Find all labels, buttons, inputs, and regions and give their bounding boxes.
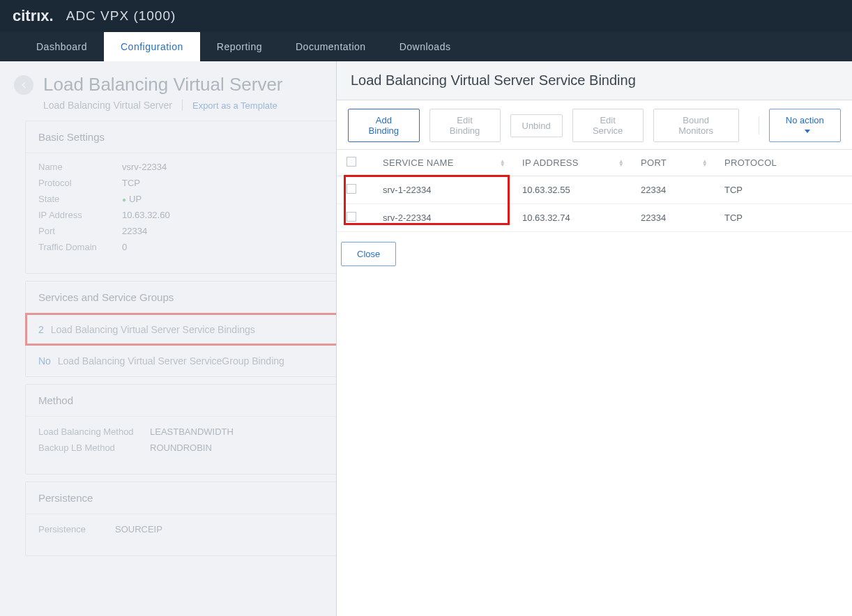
- no-action-dropdown[interactable]: No action: [769, 109, 841, 142]
- cell-port: 22334: [631, 176, 715, 204]
- unbind-button[interactable]: Unbind: [510, 114, 563, 137]
- edit-service-button[interactable]: Edit Service: [572, 109, 644, 142]
- table-head-row: SERVICE NAME▲▼ IP ADDRESS▲▼ PORT▲▼ PROTO…: [337, 150, 852, 176]
- table-row[interactable]: srv-1-22334 10.63.32.55 22334 TCP: [337, 176, 852, 204]
- row-checkbox[interactable]: [347, 212, 356, 222]
- col-port[interactable]: PORT▲▼: [631, 150, 715, 176]
- panel-footer: Close: [337, 232, 852, 279]
- tab-downloads[interactable]: Downloads: [383, 32, 468, 61]
- bound-monitors-button[interactable]: Bound Monitors: [653, 109, 739, 142]
- toolbar-divider: [759, 116, 759, 134]
- sort-icon: ▲▼: [702, 160, 708, 167]
- brand-bar: citrıx. ADC VPX (1000): [0, 0, 852, 32]
- panel-toolbar: Add Binding Edit Binding Unbind Edit Ser…: [337, 100, 852, 150]
- col-protocol[interactable]: PROTOCOL: [715, 150, 852, 176]
- sort-icon: ▲▼: [500, 160, 505, 167]
- table-row[interactable]: srv-2-22334 10.63.32.74 22334 TCP: [337, 204, 852, 232]
- edit-binding-button[interactable]: Edit Binding: [429, 109, 501, 142]
- cell-ip: 10.63.32.74: [512, 204, 631, 232]
- cell-ip: 10.63.32.55: [512, 176, 631, 204]
- col-ip-address[interactable]: IP ADDRESS▲▼: [512, 150, 631, 176]
- bindings-table: SERVICE NAME▲▼ IP ADDRESS▲▼ PORT▲▼ PROTO…: [337, 150, 852, 232]
- sort-icon: ▲▼: [618, 160, 624, 167]
- product-name: ADC VPX (1000): [66, 8, 176, 24]
- cell-protocol: TCP: [715, 204, 852, 232]
- cell-protocol: TCP: [715, 176, 852, 204]
- add-binding-button[interactable]: Add Binding: [348, 109, 420, 142]
- tab-reporting[interactable]: Reporting: [200, 32, 279, 61]
- citrix-logo: citrıx.: [13, 7, 54, 25]
- row-checkbox[interactable]: [347, 184, 356, 194]
- col-service-name[interactable]: SERVICE NAME▲▼: [373, 150, 512, 176]
- tab-documentation[interactable]: Documentation: [279, 32, 383, 61]
- cell-service-name: srv-1-22334: [373, 176, 512, 204]
- main-nav: Dashboard Configuration Reporting Docume…: [0, 32, 852, 61]
- select-all-checkbox[interactable]: [347, 157, 356, 167]
- panel-title: Load Balancing Virtual Server Service Bi…: [337, 61, 852, 100]
- tab-configuration[interactable]: Configuration: [104, 32, 200, 61]
- cell-service-name: srv-2-22334: [373, 204, 512, 232]
- cell-port: 22334: [631, 204, 715, 232]
- binding-panel: Load Balancing Virtual Server Service Bi…: [336, 61, 852, 616]
- tab-dashboard[interactable]: Dashboard: [20, 32, 104, 61]
- close-button[interactable]: Close: [341, 242, 396, 266]
